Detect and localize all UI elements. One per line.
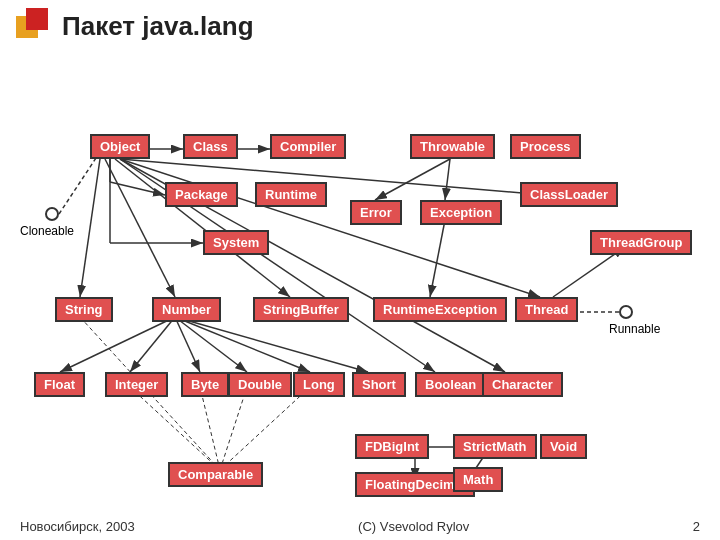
box-class: Class: [183, 134, 238, 159]
box-byte: Byte: [181, 372, 229, 397]
svg-line-16: [60, 317, 175, 372]
svg-line-20: [175, 317, 310, 372]
svg-line-15: [120, 159, 540, 297]
box-string: String: [55, 297, 113, 322]
svg-line-9: [375, 159, 450, 200]
box-void: Void: [540, 434, 587, 459]
box-fdbigint: FDBigInt: [355, 434, 429, 459]
svg-line-21: [175, 317, 368, 372]
box-short: Short: [352, 372, 406, 397]
svg-line-35: [220, 387, 310, 470]
box-comparable: Comparable: [168, 462, 263, 487]
box-boolean: Boolean: [415, 372, 486, 397]
box-system: System: [203, 230, 269, 255]
header: Пакет java.lang: [0, 0, 720, 52]
box-long: Long: [293, 372, 345, 397]
box-exception: Exception: [420, 200, 502, 225]
box-float: Float: [34, 372, 85, 397]
logo-icon: [16, 8, 52, 44]
box-threadgroup: ThreadGroup: [590, 230, 692, 255]
box-package: Package: [165, 182, 238, 207]
box-math: Math: [453, 467, 503, 492]
svg-line-12: [80, 159, 100, 297]
box-throwable: Throwable: [410, 134, 495, 159]
svg-line-13: [105, 159, 175, 297]
box-thread: Thread: [515, 297, 578, 322]
box-double: Double: [228, 372, 292, 397]
box-error: Error: [350, 200, 402, 225]
cloneable-circle: [45, 207, 59, 221]
svg-line-6: [110, 182, 165, 195]
svg-line-19: [175, 317, 247, 372]
box-strictmath: StrictMath: [453, 434, 537, 459]
svg-line-11: [430, 220, 445, 297]
footer-right: 2: [693, 519, 700, 534]
cloneable-label: Cloneable: [20, 224, 74, 238]
runnable-circle: [619, 305, 633, 319]
svg-rect-1: [26, 8, 48, 30]
svg-line-33: [200, 387, 220, 470]
box-object: Object: [90, 134, 150, 159]
svg-line-18: [175, 317, 200, 372]
footer-left: Новосибирск, 2003: [20, 519, 135, 534]
box-integer: Integer: [105, 372, 168, 397]
box-classloader: ClassLoader: [520, 182, 618, 207]
svg-line-32: [130, 387, 220, 470]
box-stringbuffer: StringBuffer: [253, 297, 349, 322]
box-character: Character: [482, 372, 563, 397]
footer-center: (C) Vsevolod Rylov: [358, 519, 469, 534]
diagram: ObjectClassCompilerThrowableProcessPacka…: [0, 52, 720, 522]
svg-line-14: [115, 159, 290, 297]
svg-line-26: [59, 152, 100, 214]
box-runtimeexception: RuntimeException: [373, 297, 507, 322]
box-runtime: Runtime: [255, 182, 327, 207]
box-process: Process: [510, 134, 581, 159]
runnable-label: Runnable: [609, 322, 660, 336]
box-number: Number: [152, 297, 221, 322]
svg-line-10: [445, 159, 450, 200]
box-compiler: Compiler: [270, 134, 346, 159]
page-title: Пакет java.lang: [62, 11, 254, 42]
svg-line-34: [220, 387, 247, 470]
svg-line-17: [130, 317, 175, 372]
footer: Новосибирск, 2003 (C) Vsevolod Rylov 2: [0, 519, 720, 534]
